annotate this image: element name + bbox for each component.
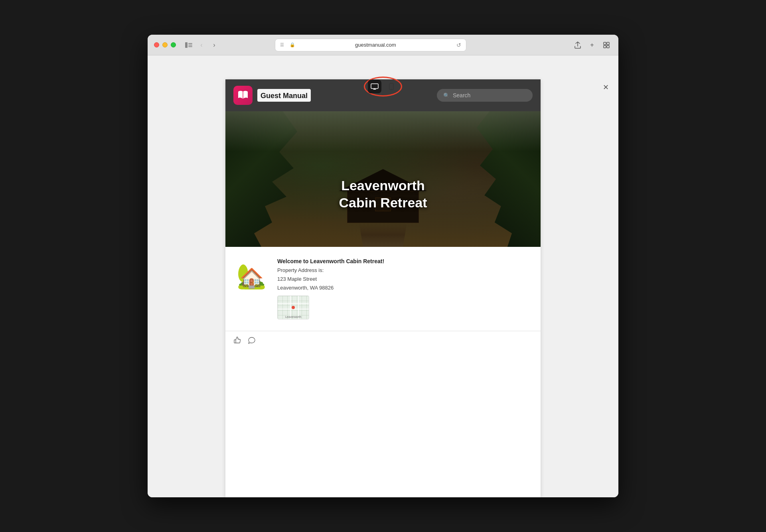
svg-rect-0	[185, 42, 188, 48]
back-button[interactable]: ‹	[196, 39, 207, 51]
comment-button[interactable]	[248, 336, 256, 346]
traffic-lights	[154, 42, 176, 47]
welcome-title: Welcome to Leavenworth Cabin Retreat!	[277, 258, 529, 264]
nav-controls: ‹ ›	[183, 39, 220, 51]
desktop-mode-button[interactable]	[368, 80, 381, 93]
browser-window: ‹ › ☰ 🔒 guestmanual.com ↺ +	[148, 35, 618, 497]
mobile-mode-button[interactable]	[385, 80, 398, 93]
close-button[interactable]	[154, 42, 159, 47]
svg-rect-5	[607, 42, 609, 45]
street-address: 123 Maple Street	[277, 275, 529, 284]
svg-rect-7	[607, 45, 609, 48]
map-location-dot	[292, 306, 295, 309]
hero-section: Leavenworth Cabin Retreat	[225, 111, 541, 247]
svg-rect-2	[188, 45, 192, 45]
title-bar: ‹ › ☰ 🔒 guestmanual.com ↺ +	[148, 35, 618, 55]
svg-rect-3	[188, 46, 192, 47]
reload-button[interactable]: ↺	[456, 42, 461, 48]
svg-rect-8	[371, 84, 378, 89]
search-icon: 🔍	[443, 93, 450, 99]
minimize-button[interactable]	[162, 42, 168, 47]
new-tab-button[interactable]: +	[586, 39, 598, 51]
property-address-label: Property Address is:	[277, 266, 529, 275]
address-bar[interactable]: ☰ 🔒 guestmanual.com ↺	[275, 39, 466, 51]
forward-button[interactable]: ›	[209, 39, 220, 51]
sidebar-toggle-button[interactable]	[183, 41, 194, 49]
content-area: ✕ Guest Manual 🔍	[148, 55, 618, 497]
svg-rect-6	[604, 45, 606, 48]
fog-overlay	[225, 111, 541, 151]
back-icon: ‹	[200, 41, 202, 49]
lock-icon: 🔒	[290, 42, 295, 47]
logo-icon	[233, 86, 253, 105]
svg-rect-1	[188, 43, 192, 44]
app-logo: Guest Manual	[233, 86, 311, 105]
close-preview-button[interactable]: ✕	[599, 81, 612, 94]
share-button[interactable]	[572, 39, 583, 51]
search-bar[interactable]: 🔍 Search	[437, 89, 533, 102]
property-icon: 🏡	[233, 258, 269, 294]
address-bar-content: ☰ 🔒 guestmanual.com	[280, 41, 454, 49]
map-city-label: Leavenworth	[278, 315, 309, 318]
tab-overview-button[interactable]	[601, 39, 612, 51]
svg-rect-4	[604, 42, 606, 45]
hero-title-line1: Leavenworth	[249, 177, 517, 194]
app-name-text: Guest Manual	[257, 89, 311, 102]
property-details: Welcome to Leavenworth Cabin Retreat! Pr…	[277, 258, 529, 319]
device-toggle-circle	[364, 77, 402, 97]
svg-point-10	[391, 89, 392, 89]
forward-icon: ›	[213, 41, 215, 49]
url-text: guestmanual.com	[297, 42, 454, 48]
fullscreen-button[interactable]	[171, 42, 176, 47]
webpage-frame: Guest Manual 🔍 Search	[225, 79, 541, 497]
map-road-horizontal-1	[278, 303, 309, 304]
welcome-section: 🏡 Welcome to Leavenworth Cabin Retreat! …	[225, 247, 541, 331]
reader-mode-icon: ☰	[280, 42, 284, 47]
browser-actions: +	[572, 39, 612, 51]
city-state-zip: Leavenworth, WA 98826	[277, 284, 529, 292]
action-bar	[225, 331, 541, 351]
hero-title-line2: Cabin Retreat	[249, 194, 517, 211]
device-toggle-container	[359, 76, 407, 97]
map-thumbnail[interactable]: Leavenworth	[277, 296, 309, 319]
search-placeholder-text: Search	[453, 92, 470, 99]
hero-title: Leavenworth Cabin Retreat	[225, 177, 541, 211]
like-button[interactable]	[233, 336, 241, 346]
